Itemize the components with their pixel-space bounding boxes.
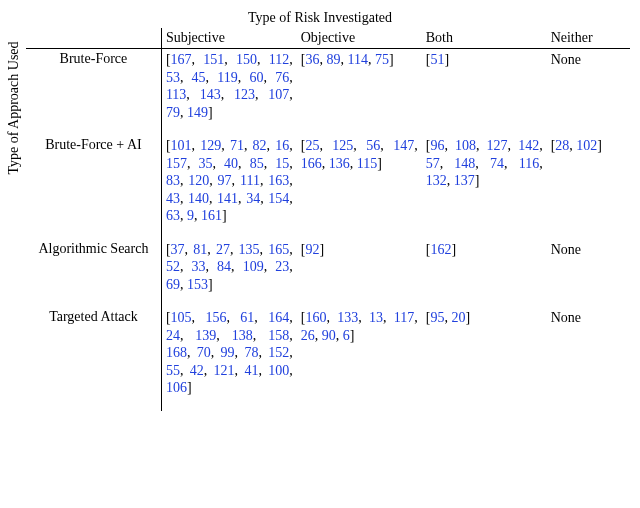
row-label: Targeted Attack (26, 307, 161, 411)
col-header-both: Both (422, 28, 547, 49)
cell-subjective: [167, 151, 150, 112, 53, 45, 119, 60, 76… (161, 49, 296, 136)
row-label: Brute-Force + AI (26, 135, 161, 239)
cell-neither: None (547, 239, 630, 308)
cell-objective: [160, 133, 13, 117, 26, 90, 6] (297, 307, 422, 411)
row-label: Brute-Force (26, 49, 161, 136)
cell-objective: [36, 89, 114, 75] (297, 49, 422, 136)
col-header-subjective: Subjective (161, 28, 296, 49)
cell-neither: None (547, 49, 630, 136)
cell-neither: [28, 102] (547, 135, 630, 239)
col-header-neither: Neither (547, 28, 630, 49)
cell-both: [162] (422, 239, 547, 308)
classification-table: Subjective Objective Both Neither Brute-… (26, 28, 630, 411)
left-axis-wrap: Type of Approach Used (4, 40, 24, 421)
cell-both: [95, 20] (422, 307, 547, 411)
corner-cell (26, 28, 161, 49)
cell-subjective: [37, 81, 27, 135, 165, 52, 33, 84, 109, … (161, 239, 296, 308)
top-axis-title: Type of Risk Investigated (10, 10, 630, 28)
cell-both: [96, 108, 127, 142, 57, 148, 74, 116, 13… (422, 135, 547, 239)
cell-subjective: [101, 129, 71, 82, 16, 157, 35, 40, 85, … (161, 135, 296, 239)
table-container: Type of Risk Investigated Type of Approa… (10, 10, 630, 411)
cell-objective: [25, 125, 56, 147, 166, 136, 115] (297, 135, 422, 239)
cell-objective: [92] (297, 239, 422, 308)
cell-subjective: [105, 156, 61, 164, 24, 139, 138, 158, 1… (161, 307, 296, 411)
left-axis-title: Type of Approach Used (6, 41, 22, 174)
cell-neither: None (547, 307, 630, 411)
col-header-objective: Objective (297, 28, 422, 49)
row-label: Algorithmic Search (26, 239, 161, 308)
cell-both: [51] (422, 49, 547, 136)
